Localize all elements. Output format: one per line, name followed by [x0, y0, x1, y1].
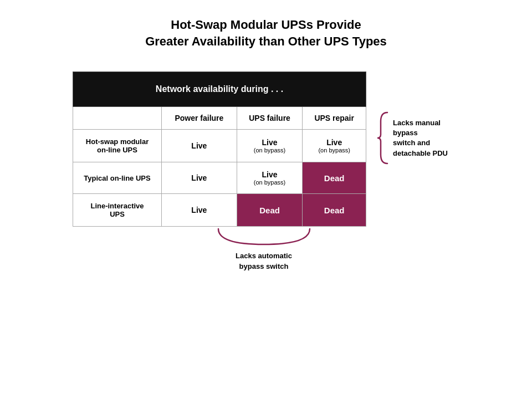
row-label-1: Typical on-line UPS — [73, 162, 162, 194]
col-header-label — [73, 107, 162, 130]
right-annotation-line1: Lacks manual bypass — [393, 119, 441, 137]
cell-r2-c0: Live — [162, 194, 237, 227]
cell-r1-c2: Dead — [303, 162, 366, 194]
cell-r0-c1: Live(on bypass) — [237, 130, 303, 162]
table-header-top: Network availability during . . . — [73, 72, 366, 107]
right-annotation-line2: switch and — [393, 139, 430, 147]
col-header-ups-repair: UPS repair — [303, 107, 366, 130]
bottom-brace-svg — [213, 227, 315, 248]
diagram-container: Network availability during . . . Power … — [73, 71, 459, 271]
page-title: Hot-Swap Modular UPSs Provide Greater Av… — [145, 17, 387, 49]
cell-r1-c0: Live — [162, 162, 237, 194]
right-annotation: Lacks manual bypass switch and detachabl… — [376, 71, 459, 166]
col-header-power-failure: Power failure — [162, 107, 237, 130]
cell-r0-c0: Live — [162, 130, 237, 162]
title-line1: Hot-Swap Modular UPSs Provide — [171, 18, 361, 32]
comparison-table: Network availability during . . . Power … — [73, 71, 366, 227]
bottom-annotation-line2: bypass switch — [239, 262, 289, 270]
col-header-ups-failure: UPS failure — [237, 107, 303, 130]
cell-r0-c2: Live(on bypass) — [303, 130, 366, 162]
cell-r1-c1: Live(on bypass) — [237, 162, 303, 194]
right-annotation-line3: detachable PDU — [393, 149, 448, 157]
title-line2: Greater Availability than Other UPS Type… — [145, 34, 387, 48]
table-row: Hot-swap modularon-line UPSLiveLive(on b… — [73, 130, 366, 162]
table-wrapper: Network availability during . . . Power … — [73, 71, 366, 271]
row-label-0: Hot-swap modularon-line UPS — [73, 130, 162, 162]
bottom-annotation-text: Lacks automatic bypass switch — [236, 251, 292, 271]
bottom-annotation-area: Lacks automatic bypass switch — [73, 227, 366, 271]
table-row: Typical on-line UPSLiveLive(on bypass)De… — [73, 162, 366, 194]
right-brace-container: Lacks manual bypass switch and detachabl… — [376, 110, 459, 166]
cell-r2-c1: Dead — [237, 194, 303, 227]
bottom-annotation-line1: Lacks automatic — [236, 252, 292, 260]
bottom-annotation-inner: Lacks automatic bypass switch — [213, 227, 315, 271]
right-brace-svg — [376, 110, 393, 166]
cell-r2-c2: Dead — [303, 194, 366, 227]
table-row: Line-interactive UPSLiveDeadDead — [73, 194, 366, 227]
right-annotation-text: Lacks manual bypass switch and detachabl… — [393, 118, 459, 158]
row-label-2: Line-interactive UPS — [73, 194, 162, 227]
